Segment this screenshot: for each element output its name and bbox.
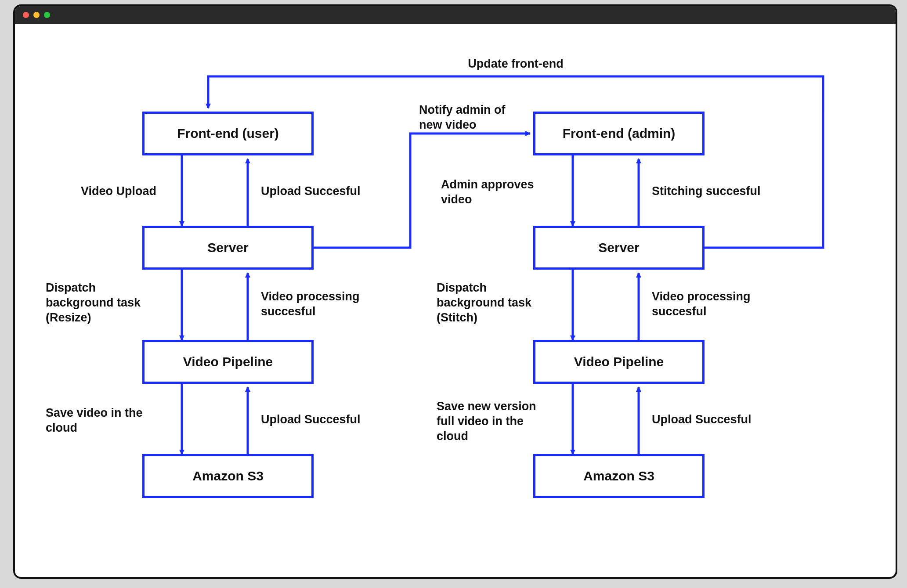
edge-label-dispatch-resize: Dispatch background task (Resize) xyxy=(46,281,141,325)
edge-label-stitching-successful: Stitching succesful xyxy=(652,184,761,199)
edge-label-admin-approves: Admin approves video xyxy=(441,177,534,207)
edge-label-save-cloud-left: Save video in the cloud xyxy=(46,406,143,436)
edge-label-s3-upload-successful-left: Upload Succesful xyxy=(261,412,361,427)
node-label: Amazon S3 xyxy=(192,469,264,483)
node-label: Server xyxy=(207,240,248,255)
edge-label-upload-successful-1: Upload Succesful xyxy=(261,184,361,199)
edge-label-s3-upload-successful-right: Upload Succesful xyxy=(652,412,752,427)
diagram-canvas: Front-end (user) Server Video Pipeline A… xyxy=(15,24,896,577)
edge-label-processing-successful-left: Video processing succesful xyxy=(261,289,360,319)
edge-label-dispatch-stitch: Dispatch background task (Stitch) xyxy=(437,281,531,325)
edge-label-notify-admin: Notify admin of new video xyxy=(419,103,506,133)
node-s3-right: Amazon S3 xyxy=(533,454,705,498)
window-titlebar xyxy=(15,6,896,24)
node-label: Server xyxy=(598,240,639,255)
node-pipeline-right: Video Pipeline xyxy=(533,340,705,384)
node-s3-left: Amazon S3 xyxy=(142,454,314,498)
node-frontend-user: Front-end (user) xyxy=(142,112,314,155)
node-pipeline-left: Video Pipeline xyxy=(142,340,314,384)
traffic-light-close-icon[interactable] xyxy=(23,12,29,18)
edge-label-processing-successful-right: Video processing succesful xyxy=(652,289,751,319)
edge-label-save-cloud-right: Save new version full video in the cloud xyxy=(437,399,536,444)
edge-label-video-upload: Video Upload xyxy=(81,184,156,199)
node-frontend-admin: Front-end (admin) xyxy=(533,112,705,155)
node-label: Front-end (admin) xyxy=(563,126,676,141)
node-label: Amazon S3 xyxy=(583,469,654,483)
node-server-left: Server xyxy=(142,226,314,270)
node-server-right: Server xyxy=(533,226,705,270)
traffic-light-minimize-icon[interactable] xyxy=(33,12,40,18)
stage: Front-end (user) Server Video Pipeline A… xyxy=(0,0,907,588)
node-label: Front-end (user) xyxy=(177,126,279,141)
mock-window: Front-end (user) Server Video Pipeline A… xyxy=(13,4,897,579)
node-label: Video Pipeline xyxy=(574,354,664,369)
edge-label-update-frontend: Update front-end xyxy=(437,57,595,72)
node-label: Video Pipeline xyxy=(183,354,273,369)
traffic-light-zoom-icon[interactable] xyxy=(44,12,50,18)
